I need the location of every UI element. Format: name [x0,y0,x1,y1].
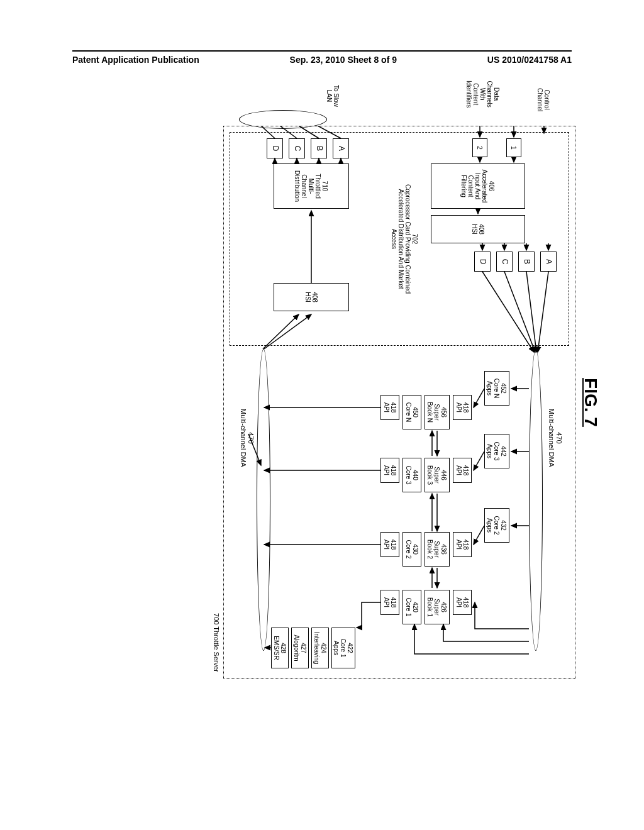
to-slow-lan-label: To SlowLAN [326,85,340,107]
lan-out-B: B [311,138,327,158]
core1-apps: 422Core 1Apps [331,628,355,668]
core3-api-bot: 418API [380,458,399,483]
coreN-apps: 452Core NApps [484,371,509,406]
coreN-api-bot: 418API [380,395,399,420]
core2-api-bot: 418API [380,532,399,557]
figure-title: FIG. 7 [580,378,601,427]
coreN-api-top: 418API [453,395,472,420]
figure-7: FIG. 7 700 Throttle Server ControlChanne… [22,226,575,578]
throttled-distribution: 710Throttled Multi-ChannelDistribution [274,163,349,209]
control-channel-label: ControlChannel [536,88,550,111]
hsi-left: 408HSI [431,215,525,243]
data-channels-label: DataChannelsWithContentIdentifiers [465,80,500,108]
core2-api-top: 418API [453,532,472,557]
server-label: 700 Throttle Server [213,613,220,672]
core2-apps: 432Core 2Apps [484,508,509,543]
dma-bottom-label: 470Multi-channel DMA [240,409,255,467]
core1-superbook: 426SuperBook 1 [425,590,450,624]
header-right: US 2010/0241758 A1 [487,55,572,65]
core3-apps: 442Core 3Apps [484,434,509,468]
lan-out-D: D [267,138,283,158]
filter-out-C: C [496,252,513,272]
coreN-superbook: 456SuperBook N [425,395,450,429]
core1-api-top: 418API [453,590,472,615]
core3-superbook: 446SuperBook 3 [425,458,450,492]
filter-out-A: A [540,252,557,272]
lan-out-A: A [333,138,349,158]
lan-bus [239,110,327,129]
coproc-main-label: 702Coprocessor Card Providing CombinedAc… [391,157,418,321]
dma-top-label: 470Multi-channel DMA [548,409,563,467]
interleaving: 424Interleaving [311,628,329,668]
coreN-core: 450Core N [402,395,421,429]
algorithm: 427Alogoritm [291,628,309,668]
accel-input-filtering: 406AcceleratedInput AndContentFiltering [431,163,525,209]
header-left: Patent Application Publication [72,55,199,65]
input-1: 1 [506,138,521,157]
core2-superbook: 436SuperBook 2 [425,532,450,567]
core1-api-bot: 418API [380,590,399,615]
input-2: 2 [472,138,487,157]
lan-out-C: C [289,138,305,158]
hsi-right: 408HSI [274,283,349,311]
core1-core: 420Core 1 [402,590,421,624]
core2-core: 430Core 2 [402,532,421,567]
ems-sr: 428EMS/SR [271,628,289,668]
core3-api-top: 418API [453,458,472,483]
dma-bottom-bus [257,349,270,651]
dma-top-bus [529,349,543,651]
filter-out-B: B [518,252,535,272]
core3-core: 440Core 3 [402,458,421,492]
header-center: Sep. 23, 2010 Sheet 8 of 9 [290,55,397,65]
filter-out-D: D [474,252,491,272]
